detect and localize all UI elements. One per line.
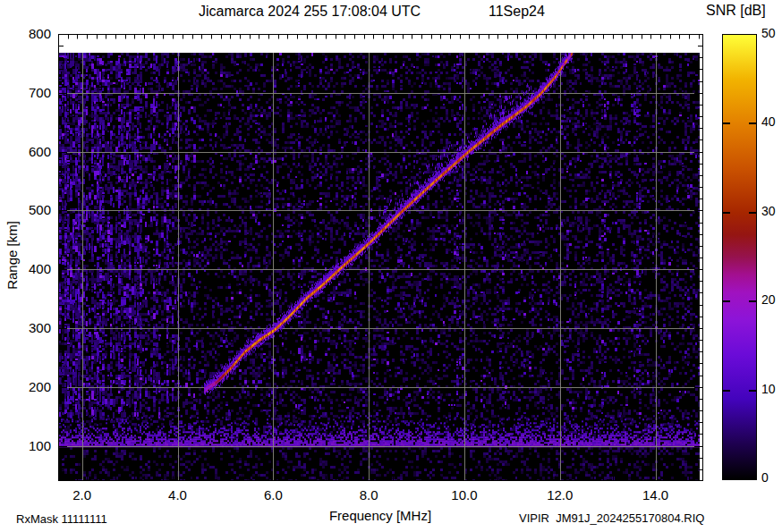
colorbar bbox=[722, 34, 757, 480]
ionogram-plot-canvas bbox=[58, 34, 703, 481]
y-tick-label: 600 bbox=[0, 144, 51, 159]
plot-title: Jicamarca 2024 255 17:08:04 UTC bbox=[199, 4, 421, 20]
x-tick-label: 6.0 bbox=[264, 487, 283, 502]
x-axis-label: Frequency [MHz] bbox=[329, 508, 431, 523]
colorbar-tick-label: 0 bbox=[761, 470, 782, 485]
x-tick-label: 8.0 bbox=[360, 487, 378, 502]
colorbar-tick bbox=[749, 212, 756, 214]
y-tick-label: 700 bbox=[0, 85, 51, 100]
colorbar-tick-label: 50 bbox=[761, 26, 782, 40]
colorbar-tick bbox=[723, 390, 730, 392]
y-tick-label: 300 bbox=[0, 320, 51, 335]
y-tick-label: 200 bbox=[0, 379, 51, 394]
x-tick-label: 4.0 bbox=[168, 487, 187, 502]
x-tick-label: 12.0 bbox=[547, 487, 573, 502]
colorbar-tick-label: 30 bbox=[761, 204, 782, 218]
data-file-text: VIPIR JM91J_2024255170804.RIQ bbox=[519, 511, 704, 525]
colorbar-tick-label: 10 bbox=[761, 382, 782, 396]
colorbar-tick bbox=[749, 390, 756, 392]
x-tick-label: 10.0 bbox=[451, 487, 477, 502]
ionogram-figure: Jicamarca 2024 255 17:08:04 UTC 11Sep24 … bbox=[0, 0, 782, 532]
y-tick-label: 800 bbox=[0, 26, 51, 41]
colorbar-tick bbox=[723, 300, 730, 302]
y-axis-label: Range [km] bbox=[4, 198, 20, 314]
rxmask-text: RxMask 11111111 bbox=[16, 512, 107, 526]
colorbar-tick bbox=[749, 300, 756, 302]
x-tick-label: 14.0 bbox=[642, 487, 668, 502]
y-tick-label: 100 bbox=[0, 438, 51, 453]
colorbar-tick bbox=[749, 122, 756, 124]
plot-date: 11Sep24 bbox=[489, 4, 545, 20]
colorbar-title: SNR [dB] bbox=[706, 3, 766, 19]
colorbar-tick bbox=[723, 122, 730, 124]
colorbar-tick-label: 20 bbox=[761, 292, 782, 307]
colorbar-tick bbox=[723, 212, 730, 214]
x-tick-label: 2.0 bbox=[72, 487, 91, 502]
colorbar-tick-label: 40 bbox=[761, 114, 782, 129]
